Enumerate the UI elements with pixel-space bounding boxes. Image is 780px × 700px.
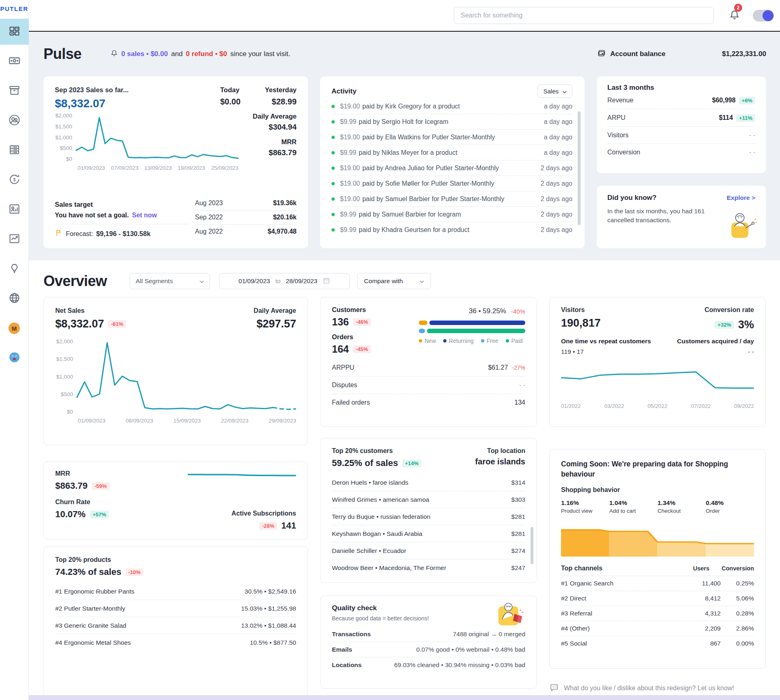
person-chart-icon <box>8 203 21 217</box>
sidebar-item-trends[interactable] <box>0 226 29 252</box>
customer-name: Deron Huels • faroe islands <box>332 479 408 486</box>
top-customers-list: Deron Huels • faroe islands$314Winifred … <box>332 474 525 576</box>
sidebar-item-transactions[interactable] <box>0 48 29 74</box>
notifications-button[interactable]: 2 <box>728 9 741 22</box>
feedback-prompt[interactable]: What do you like / dislike about this re… <box>549 683 766 694</box>
did-you-know-text: In the last six months, you had 161 canc… <box>607 207 717 225</box>
channel-row: #1 Organic Search11,4000.25% <box>561 576 754 591</box>
stacked-bar <box>419 329 525 333</box>
activity-filter-dropdown[interactable]: Sales <box>537 85 572 98</box>
mrr-amount: $863.79 <box>55 481 88 491</box>
one-time-vs-repeat-label: One time vs repeat customers <box>561 338 651 345</box>
metric-value: $114 <box>719 114 733 121</box>
compare-with-dropdown[interactable]: Compare with <box>357 273 431 289</box>
metric-row: Disputes- - <box>332 376 525 394</box>
daily-average-value: $304.94 <box>238 123 297 132</box>
ns-daily-average-value: $297.57 <box>254 318 296 330</box>
activity-scrollbar[interactable] <box>578 111 581 225</box>
coming-soon-title: Coming Soon: We're preparing data for Sh… <box>561 459 740 479</box>
mrr-label: MRR <box>238 138 297 146</box>
today-value: $0.00 <box>220 97 240 106</box>
axis-tick: $0 <box>55 156 72 162</box>
mrr-card-title: MRR <box>55 470 188 477</box>
bar-segment <box>429 321 525 325</box>
metric-row: ARPPU$61.27-27% <box>332 359 525 376</box>
customer-value: $281 <box>511 530 525 537</box>
sidebar-item-acquisition[interactable] <box>0 197 29 223</box>
status-dot-icon <box>332 136 335 139</box>
channel-row: #4 (Other)2,2092.86% <box>561 621 754 636</box>
sidebar-item-products[interactable] <box>0 78 29 104</box>
legend-item: Returning <box>443 338 474 344</box>
activity-item: $9.99paid by Niklas Meyer for a producta… <box>332 145 572 160</box>
metric-label: Revenue <box>607 97 633 104</box>
globe-icon <box>8 292 21 306</box>
customers-change: -46% <box>353 318 371 326</box>
sidebar-support-mascot[interactable] <box>0 345 29 371</box>
sidebar-profile-avatar[interactable]: M <box>0 315 29 341</box>
axis-tick: $1,500 <box>55 356 73 362</box>
search-input[interactable] <box>454 7 714 24</box>
channel-row: #2 Direct8,4125.06% <box>561 591 754 606</box>
activity-text: paid by Ella Watkins for Putler Starter-… <box>362 134 540 141</box>
activity-time: 2 days ago <box>541 165 572 172</box>
explore-link[interactable]: Explore > <box>727 194 755 202</box>
history-label: Aug 2022 <box>195 228 223 235</box>
status-dot-icon <box>332 213 335 216</box>
pulse-section: Pulse 0 sales • $0.00 and 0 refund • $0 … <box>29 32 780 260</box>
product-row: #2 Putler Starter-Monthly15.03% • $1,255… <box>55 600 296 617</box>
status-dot-icon <box>332 167 335 170</box>
sales-chart: $2,000$1,500$1,000$500$0 01/09/202307/09… <box>55 113 238 171</box>
sidebar-item-dashboard[interactable] <box>0 19 29 45</box>
sidebar-item-web-analytics[interactable] <box>0 286 29 312</box>
divider <box>55 224 189 224</box>
segments-dropdown[interactable]: All Segments <box>130 273 210 289</box>
list-icon <box>8 143 21 158</box>
channel-conversion: 5.06% <box>721 595 754 602</box>
axis-tick: 01/2022 <box>561 403 581 409</box>
activity-time: 2 days ago <box>541 195 572 203</box>
channel-name: #3 Referral <box>561 610 686 617</box>
customer-name: Keyshawn Bogan • Saudi Arabia <box>332 530 422 537</box>
legend-dot-icon <box>443 339 446 342</box>
customer-row: Danielle Schiller • Ecuador$274 <box>332 542 525 559</box>
axis-tick: 22/09/2023 <box>221 418 249 424</box>
customers-acquired-value: - - <box>748 348 754 355</box>
ns-daily-average-label: Daily Average <box>254 307 296 314</box>
axis-tick: $500 <box>55 145 72 151</box>
churn-rate-label: Churn Rate <box>55 498 188 506</box>
funnel-stage-label: Checkout <box>658 508 706 514</box>
quality-value: 0.07% good • 0% webmail • 0.48% bad <box>416 646 526 653</box>
axis-tick: 25/09/2023 <box>211 165 238 171</box>
quality-check-card: Quality check Because good data = better… <box>320 596 537 689</box>
metric-label: Failed orders <box>332 399 370 406</box>
axis-tick: $0 <box>55 409 73 415</box>
metric-change: +6% <box>739 97 755 104</box>
metric-label: ARPU <box>607 114 625 121</box>
axis-tick: 05/2022 <box>648 403 667 409</box>
sidebar-item-sales[interactable] <box>0 137 29 163</box>
date-range-picker[interactable]: 01/09/2023 to 28/09/2023 <box>219 273 350 289</box>
mrr-change: -59% <box>92 482 110 490</box>
customer-value: $281 <box>511 513 525 520</box>
account-balance: Account balance $1,223,331.00 <box>597 49 766 60</box>
axis-tick: 13/09/2023 <box>144 165 172 171</box>
top-customers-scrollbar[interactable] <box>531 527 533 564</box>
svg-text:$: $ <box>13 177 16 182</box>
funnel-stage-label: Order <box>706 508 754 514</box>
metric-value: $61.27 <box>488 364 508 371</box>
axis-tick: $1,500 <box>55 124 72 130</box>
sidebar-item-subscriptions[interactable]: $ <box>0 167 29 193</box>
channel-name: #4 (Other) <box>561 625 686 632</box>
status-dot-icon <box>332 151 335 154</box>
page-title: Pulse <box>43 46 82 63</box>
activity-amount: $19.00 <box>340 165 360 172</box>
channel-users: 11,400 <box>686 580 721 587</box>
top-location-value: faroe islands <box>475 457 525 466</box>
daily-average-label: Daily Average <box>238 113 297 120</box>
live-mode-toggle[interactable] <box>753 10 774 22</box>
set-goal-link[interactable]: Set now <box>132 212 157 219</box>
legend-item: Paid <box>506 338 523 344</box>
sidebar-item-insights[interactable] <box>0 256 29 282</box>
sidebar-item-customers[interactable] <box>0 108 29 134</box>
